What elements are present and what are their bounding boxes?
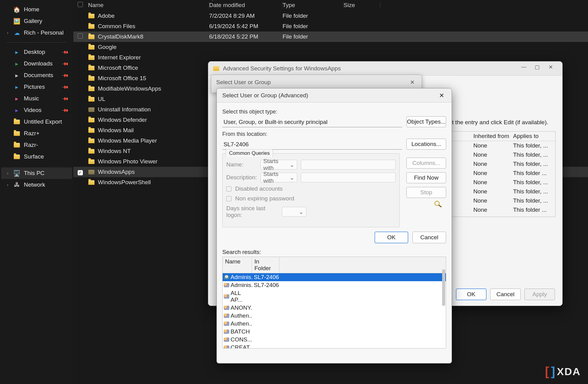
column-headers: Name Date modified Type Size — [73, 0, 588, 11]
result-name: Adminis... — [231, 274, 253, 281]
search-results-list[interactable]: Name In Folder Adminis...SL7-2406Adminis… — [222, 257, 446, 349]
sidebar-item-music[interactable]: ▸Music📌 — [1, 93, 72, 104]
object-type-field[interactable]: User, Group, or Built-in security princi… — [222, 117, 402, 127]
col-name[interactable]: Name — [87, 2, 209, 9]
disabled-accounts-checkbox[interactable] — [226, 186, 231, 192]
description-input[interactable] — [301, 173, 396, 182]
label: Surface — [24, 153, 44, 160]
sidebar-item[interactable]: Razr- — [1, 139, 72, 151]
search-result-row[interactable]: Authen... — [223, 320, 446, 328]
sidebar-item[interactable]: Surface — [1, 151, 72, 162]
search-result-row[interactable]: CONS... — [223, 336, 446, 344]
ok-button[interactable]: OK — [456, 289, 486, 300]
search-animation-icon — [433, 200, 444, 208]
sidebar-item-videos[interactable]: ▸Videos📌 — [1, 104, 72, 116]
file-name: Windows Defender — [98, 117, 147, 123]
folder-icon: ▸ — [13, 95, 20, 102]
close-button[interactable]: ✕ — [408, 79, 417, 86]
file-row[interactable]: Google — [73, 42, 588, 52]
sidebar-item-desktop[interactable]: ▸Desktop📌 — [1, 46, 72, 58]
col-folder[interactable]: In Folder — [252, 257, 279, 273]
locations-button[interactable]: Locations... — [406, 139, 446, 150]
file-name: Windows Media Player — [98, 137, 157, 144]
col-name[interactable]: Name — [223, 257, 252, 273]
close-button[interactable]: ✕ — [437, 92, 446, 99]
sidebar-gallery[interactable]: 🖼️ Gallery — [1, 15, 72, 27]
sort-indicator-icon: ˄ — [212, 0, 213, 4]
sidebar-item[interactable]: Untitled Export — [1, 116, 72, 128]
search-result-row[interactable]: BATCH — [223, 328, 446, 336]
folder-icon — [88, 158, 95, 165]
inherited-cell: None — [473, 151, 513, 158]
days-select[interactable]: ⌄ — [282, 207, 306, 217]
titlebar[interactable]: Advanced Security Settings for WindowsAp… — [208, 62, 562, 76]
titlebar[interactable]: Select User or Group ✕ — [211, 75, 422, 90]
select-user-group-advanced-window: Select User or Group (Advanced) ✕ Select… — [216, 88, 452, 363]
file-name: WindowsApps — [98, 169, 135, 175]
file-row[interactable]: CrystalDiskMark86/18/2024 5:22 PMFile fo… — [73, 32, 588, 42]
columns-button[interactable]: Columns... — [406, 158, 446, 169]
col-applies: Applies to — [513, 133, 553, 140]
search-result-row[interactable]: Adminis...SL7-2406 — [223, 273, 446, 281]
folder-icon — [88, 137, 95, 144]
search-result-row[interactable]: Adminis...SL7-2406 — [223, 281, 446, 289]
folder-icon — [13, 153, 20, 160]
sidebar-this-pc[interactable]: › 🖥️ This PC — [1, 167, 72, 179]
label: Untitled Export — [24, 118, 62, 125]
cancel-button[interactable]: Cancel — [412, 232, 446, 243]
object-types-button[interactable]: Object Types... — [406, 116, 446, 127]
search-result-row[interactable]: Authen... — [223, 312, 446, 320]
maximize-button[interactable]: ▢ — [531, 64, 544, 73]
search-result-row[interactable]: ALL AP... — [223, 289, 446, 304]
row-checkbox[interactable] — [78, 33, 83, 39]
sidebar-network[interactable]: › 🖧 Network — [1, 179, 72, 191]
file-name: Windows Photo Viewer — [98, 158, 157, 165]
folder-icon — [88, 75, 95, 82]
sidebar-item-pictures[interactable]: ▸Pictures📌 — [1, 81, 72, 93]
col-size[interactable]: Size — [344, 2, 380, 9]
sidebar-item-downloads[interactable]: ▸Downloads📌 — [1, 58, 72, 69]
file-row[interactable]: Common Files6/19/2024 5:42 PMFile folder — [73, 21, 588, 32]
search-results-label: Search results: — [222, 249, 446, 255]
inherited-cell: None — [473, 188, 513, 195]
close-button[interactable]: ✕ — [544, 64, 557, 73]
titlebar[interactable]: Select User or Group (Advanced) ✕ — [217, 88, 452, 103]
col-date[interactable]: Date modified — [209, 2, 283, 9]
location-field[interactable]: SL7-2406 — [222, 140, 402, 150]
folder-icon: ▸ — [13, 107, 20, 114]
scrollbar[interactable] — [442, 269, 445, 306]
search-result-row[interactable]: ANONY... — [223, 304, 446, 312]
file-name: Uninstall Information — [98, 106, 151, 113]
name-input[interactable] — [301, 160, 396, 170]
minimize-button[interactable]: — — [517, 64, 531, 73]
find-now-button[interactable]: Find Now — [406, 172, 446, 183]
label: Documents — [24, 72, 53, 79]
common-queries-tab[interactable]: Common Queries — [226, 149, 273, 157]
applies-cell: This folder, ... — [513, 161, 553, 167]
sidebar-item[interactable]: Razr+ — [1, 128, 72, 139]
select-all-checkbox[interactable] — [78, 2, 83, 7]
file-row[interactable]: Adobe7/2/2024 8:29 AMFile folder — [73, 11, 588, 21]
sidebar-home[interactable]: 🏠 Home — [1, 4, 72, 15]
ok-button[interactable]: OK — [375, 232, 408, 243]
name-mode-select[interactable]: Starts with⌄ — [261, 160, 297, 170]
apply-button[interactable]: Apply — [524, 289, 555, 300]
this-pc-label: This PC — [24, 170, 45, 177]
result-name: CREAT... — [231, 344, 253, 349]
cancel-button[interactable]: Cancel — [490, 289, 521, 300]
non-expiring-checkbox[interactable] — [226, 196, 231, 201]
inherited-cell: None — [473, 179, 513, 186]
window-title: Select User or Group — [216, 79, 408, 86]
stop-button[interactable]: Stop — [406, 187, 446, 198]
pin-icon: 📌 — [62, 106, 69, 114]
applies-cell: This folder, ... — [513, 197, 553, 204]
description-label: Description: — [226, 174, 257, 181]
col-type[interactable]: Type — [283, 2, 344, 9]
sidebar-item-documents[interactable]: ▸Documents📌 — [1, 69, 72, 81]
sidebar-onedrive[interactable]: › ☁ Rich - Personal — [1, 27, 72, 39]
desc-mode-select[interactable]: Starts with⌄ — [261, 173, 297, 182]
folder-icon: ▸ — [13, 60, 20, 67]
row-checkbox[interactable]: ✓ — [78, 170, 83, 175]
search-result-row[interactable]: CREAT... — [223, 344, 446, 349]
file-name: Microsoft Office 15 — [98, 75, 146, 82]
